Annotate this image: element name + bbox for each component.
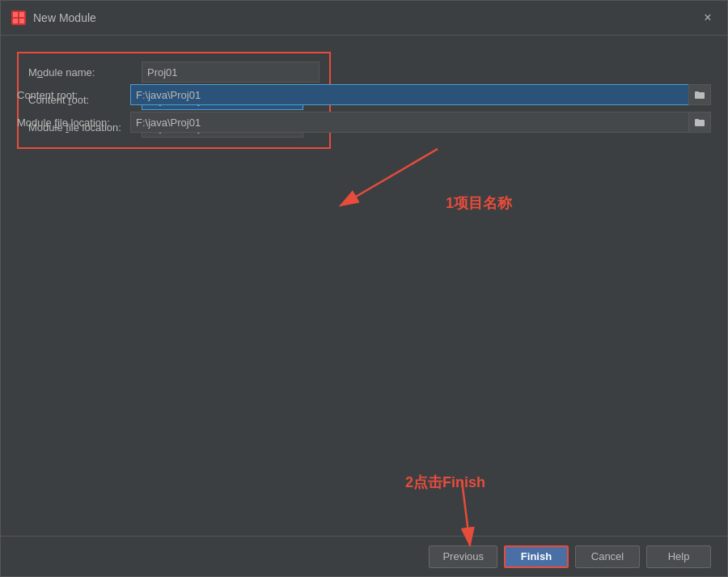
dialog-body: Module name: Content root: Module file l… (1, 36, 727, 536)
help-button[interactable]: Help (646, 545, 711, 568)
dialog-title: New Module (33, 11, 698, 24)
folder-icon (694, 89, 705, 100)
svg-rect-2 (19, 12, 24, 17)
svg-rect-10 (695, 91, 699, 93)
title-bar: New Module × (1, 1, 727, 36)
full-width-section: Content root: Module file location: (17, 84, 711, 139)
module-file-outside-label: Module file location: (17, 117, 130, 129)
module-name-label: Module name: (28, 66, 142, 78)
module-name-input[interactable] (142, 62, 320, 83)
annotation-text-1: 1项目名称 (446, 193, 512, 213)
content-root-outside-input[interactable] (130, 84, 688, 105)
module-file-outside-input[interactable] (130, 112, 688, 133)
finish-button[interactable]: Finish (504, 545, 569, 568)
module-file-browse-button[interactable] (688, 112, 711, 133)
folder-icon-2 (694, 117, 705, 128)
svg-rect-12 (695, 119, 699, 121)
close-button[interactable]: × (698, 8, 717, 28)
svg-line-6 (341, 149, 438, 206)
svg-rect-9 (695, 92, 705, 99)
new-module-dialog: New Module × Module name: Content root: (0, 0, 728, 577)
annotation-text-2: 2点击Finish (405, 473, 485, 492)
svg-rect-3 (13, 19, 18, 23)
svg-rect-11 (695, 120, 705, 126)
content-root-outside-label: Content root: (17, 89, 130, 101)
cancel-button[interactable]: Cancel (575, 545, 640, 568)
content-root-browse-button[interactable] (688, 84, 711, 105)
svg-rect-1 (13, 12, 18, 17)
module-name-row: Module name: (28, 62, 320, 83)
svg-rect-4 (19, 19, 24, 23)
dialog-footer: Previous Finish Cancel Help (1, 536, 727, 576)
previous-button[interactable]: Previous (429, 545, 497, 568)
module-icon (11, 10, 27, 26)
